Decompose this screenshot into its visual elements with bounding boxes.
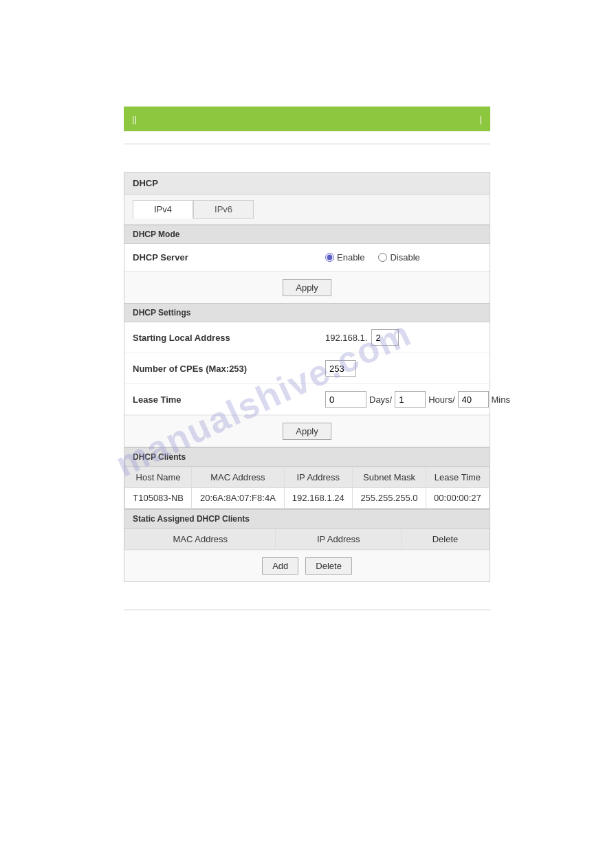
- static-table-header-row: MAC Address IP Address Delete: [125, 529, 490, 550]
- lease-time-row: Lease Time Days/ Hours/ Mins: [124, 384, 490, 415]
- dhcp-mode-apply-button[interactable]: Apply: [283, 279, 331, 296]
- lease-hours-input[interactable]: [395, 391, 426, 408]
- dhcp-clients-section: DHCP Clients Host Name MAC Address IP Ad…: [124, 447, 490, 509]
- disable-option[interactable]: Disable: [378, 252, 419, 263]
- dhcp-server-label: DHCP Server: [133, 252, 325, 263]
- cell-mac-address: 20:6A:8A:07:F8:4A: [192, 488, 284, 509]
- top-bar: || |: [124, 107, 490, 131]
- dhcp-clients-table-header-row: Host Name MAC Address IP Address Subnet …: [125, 467, 490, 488]
- main-content: DHCP IPv4 IPv6 DHCP Mode DHCP Server Ena…: [124, 172, 490, 582]
- starting-address-row: Starting Local Address 192.168.1.: [124, 322, 490, 353]
- hours-label: Hours/: [428, 394, 454, 405]
- top-separator: [124, 144, 490, 144]
- static-col-mac: MAC Address: [125, 529, 276, 550]
- add-button[interactable]: Add: [262, 557, 298, 575]
- add-delete-row: Add Delete: [124, 550, 490, 581]
- days-label: Days/: [369, 394, 392, 405]
- col-ip-address: IP Address: [284, 467, 352, 488]
- col-lease-time: Lease Time: [426, 467, 489, 488]
- cell-lease-time: 00:00:00:27: [426, 488, 489, 509]
- dhcp-server-controls: Enable Disable: [325, 252, 481, 263]
- ip-prefix: 192.168.1.: [325, 333, 367, 343]
- dhcp-clients-table: Host Name MAC Address IP Address Subnet …: [124, 467, 490, 509]
- col-subnet-mask: Subnet Mask: [353, 467, 426, 488]
- time-group: Days/ Hours/ Mins: [325, 391, 510, 408]
- disable-label: Disable: [390, 252, 419, 263]
- dhcp-title: DHCP: [124, 173, 490, 194]
- dhcp-settings-apply-row: Apply: [124, 415, 490, 447]
- dhcp-settings-header: DHCP Settings: [124, 303, 490, 322]
- dhcp-clients-header: DHCP Clients: [124, 447, 490, 467]
- col-host-name: Host Name: [125, 467, 192, 488]
- static-col-ip: IP Address: [276, 529, 402, 550]
- lease-time-label: Lease Time: [133, 394, 325, 405]
- dhcp-server-row: DHCP Server Enable Disable: [124, 244, 490, 271]
- top-bar-text: ||: [132, 114, 137, 124]
- dhcp-settings-apply-button[interactable]: Apply: [283, 423, 331, 440]
- enable-label: Enable: [337, 252, 364, 263]
- disable-radio[interactable]: [378, 253, 387, 262]
- num-cpes-label: Number of CPEs (Max:253): [133, 364, 325, 374]
- dhcp-mode-form: DHCP Server Enable Disable: [124, 244, 490, 303]
- top-bar-left: ||: [132, 114, 137, 124]
- lease-time-controls: Days/ Hours/ Mins: [325, 391, 510, 408]
- num-cpes-input[interactable]: [325, 360, 356, 377]
- dhcp-container: DHCP IPv4 IPv6 DHCP Mode DHCP Server Ena…: [124, 172, 490, 582]
- num-cpes-controls: [325, 360, 481, 377]
- top-bar-right-text: |: [480, 114, 482, 124]
- dhcp-settings-form: Starting Local Address 192.168.1. Number…: [124, 322, 490, 447]
- static-header: Static Assigned DHCP Clients: [124, 509, 490, 528]
- starting-address-controls: 192.168.1.: [325, 329, 481, 346]
- num-cpes-row: Number of CPEs (Max:253): [124, 353, 490, 384]
- static-col-delete: Delete: [402, 529, 490, 550]
- delete-button[interactable]: Delete: [305, 557, 352, 575]
- col-mac-address: MAC Address: [192, 467, 284, 488]
- lease-days-input[interactable]: [325, 391, 366, 408]
- tabs-row: IPv4 IPv6: [124, 194, 490, 225]
- top-bar-right: |: [480, 114, 482, 124]
- cell-subnet-mask: 255.255.255.0: [353, 488, 426, 509]
- lease-mins-input[interactable]: [458, 391, 489, 408]
- static-table: MAC Address IP Address Delete: [124, 528, 490, 550]
- tab-ipv6[interactable]: IPv6: [193, 200, 254, 219]
- dhcp-radio-group: Enable Disable: [325, 252, 420, 263]
- cell-ip-address: 192.168.1.24: [284, 488, 352, 509]
- tab-ipv4[interactable]: IPv4: [133, 200, 193, 219]
- table-row: T105083-NB 20:6A:8A:07:F8:4A 192.168.1.2…: [125, 488, 490, 509]
- starting-address-label: Starting Local Address: [133, 333, 325, 343]
- cell-host-name: T105083-NB: [125, 488, 192, 509]
- dhcp-mode-apply-row: Apply: [124, 271, 490, 303]
- ip-suffix-input[interactable]: [371, 329, 399, 346]
- enable-option[interactable]: Enable: [325, 252, 364, 263]
- enable-radio[interactable]: [325, 253, 334, 262]
- dhcp-mode-header: DHCP Mode: [124, 225, 490, 244]
- mins-label: Mins: [492, 394, 510, 405]
- bottom-space: [0, 610, 614, 665]
- static-section: Static Assigned DHCP Clients MAC Address…: [124, 509, 490, 581]
